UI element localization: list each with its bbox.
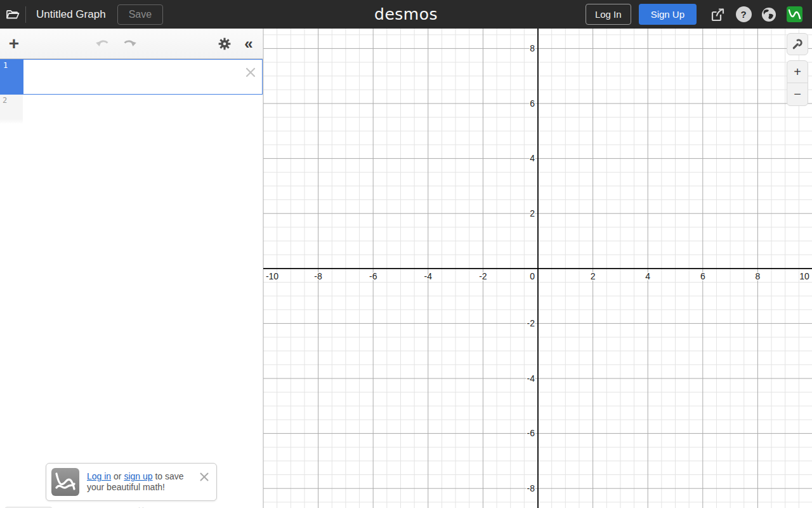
share-icon <box>710 6 726 23</box>
svg-text:-6: -6 <box>527 428 535 438</box>
svg-text:-4: -4 <box>424 271 433 281</box>
svg-text:-2: -2 <box>479 271 487 281</box>
login-button[interactable]: Log In <box>586 4 631 25</box>
svg-text:8: 8 <box>530 43 535 53</box>
graph-paper[interactable]: -10-8-6-4-20246810-8-6-4-22468 <box>263 29 812 508</box>
share-button[interactable] <box>705 0 731 29</box>
gear-icon <box>218 37 232 51</box>
svg-text:0: 0 <box>530 271 535 281</box>
svg-text:-4: -4 <box>527 373 535 384</box>
graph-title: Untitled Graph <box>36 8 106 21</box>
header-divider <box>25 6 26 23</box>
svg-text:-2: -2 <box>527 318 535 328</box>
open-graph-button[interactable] <box>0 0 25 29</box>
close-icon <box>199 472 209 482</box>
help-icon: ? <box>736 6 752 22</box>
svg-text:6: 6 <box>530 98 535 109</box>
folder-open-icon <box>5 7 20 22</box>
delete-expression-button[interactable] <box>244 66 257 79</box>
signup-link[interactable]: sign up <box>124 471 152 481</box>
svg-text:6: 6 <box>700 271 705 281</box>
svg-text:4: 4 <box>530 153 535 163</box>
desmos-green-icon <box>787 6 802 22</box>
callout-text: Log in or sign up to save your beautiful… <box>87 471 188 493</box>
expression-input-2[interactable] <box>23 95 263 123</box>
zoom-out-button[interactable]: − <box>787 83 808 105</box>
signup-button[interactable]: Sign Up <box>639 4 697 25</box>
svg-text:8: 8 <box>756 271 761 281</box>
expression-index: 1 <box>3 61 8 70</box>
login-link[interactable]: Log in <box>87 471 111 481</box>
graph-svg: -10-8-6-4-20246810-8-6-4-22468 <box>263 29 812 508</box>
add-expression-button[interactable]: + <box>0 29 28 59</box>
expression-toolbar: + <box>0 29 263 59</box>
help-button[interactable]: ? <box>731 0 756 29</box>
graph-settings-wrench-button[interactable] <box>787 33 808 55</box>
svg-text:-8: -8 <box>314 271 322 281</box>
expression-input-1[interactable] <box>23 60 262 94</box>
expression-row-1[interactable]: 1 <box>0 59 263 95</box>
svg-text:4: 4 <box>645 271 650 281</box>
header-bar: Untitled Graph Save desmos Log In Sign U… <box>0 0 812 29</box>
language-button[interactable] <box>756 0 782 29</box>
save-button[interactable]: Save <box>117 4 163 25</box>
undo-icon[interactable] <box>94 36 112 51</box>
svg-text:-10: -10 <box>266 271 278 281</box>
globe-icon <box>761 6 777 23</box>
login-callout: Log in or sign up to save your beautiful… <box>46 463 217 501</box>
expression-gutter-1[interactable]: 1 <box>1 60 23 94</box>
collapse-panel-button[interactable]: « <box>240 35 258 53</box>
svg-text:-8: -8 <box>527 483 535 493</box>
wrench-icon <box>792 38 804 50</box>
expression-panel: + <box>0 29 263 508</box>
expression-row-2[interactable]: 2 <box>0 95 263 123</box>
svg-text:2: 2 <box>591 271 596 281</box>
desmos-gray-icon <box>51 468 79 496</box>
zoom-controls: + − <box>787 60 808 106</box>
svg-text:-6: -6 <box>369 271 377 281</box>
redo-icon[interactable] <box>121 36 138 51</box>
test-mode-button[interactable] <box>782 0 807 29</box>
zoom-in-button[interactable]: + <box>787 61 808 83</box>
graph-settings-button[interactable] <box>216 35 233 53</box>
close-icon <box>245 67 256 78</box>
svg-text:10: 10 <box>799 271 809 281</box>
svg-text:2: 2 <box>530 208 535 218</box>
callout-close-button[interactable] <box>199 471 210 483</box>
expression-gutter-2[interactable]: 2 <box>0 95 23 123</box>
expression-index: 2 <box>3 96 7 105</box>
